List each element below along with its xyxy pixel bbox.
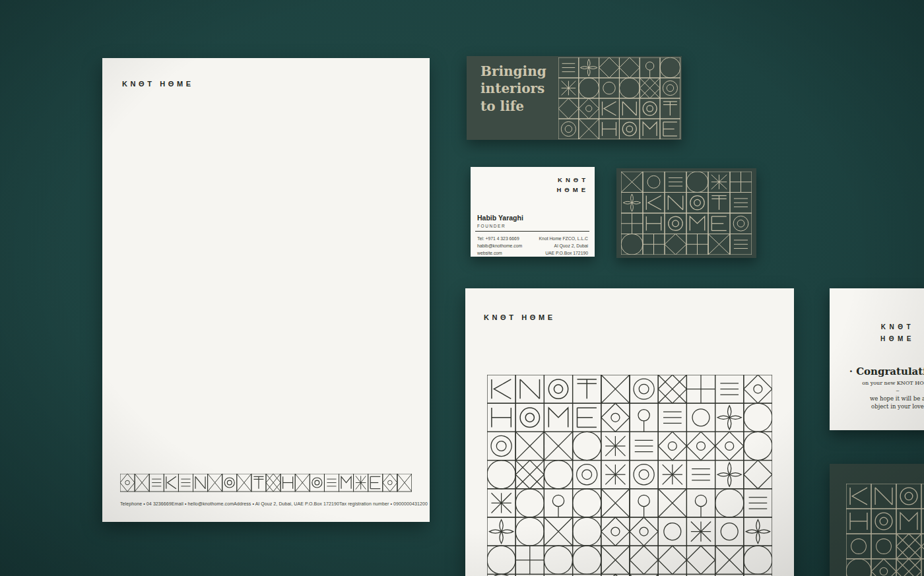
contact-website: website.com xyxy=(477,249,522,257)
logo-line-1: KNΘT xyxy=(830,321,924,333)
footer-address: Address • Al Qouz 2, Dubai, UAE P.O.Box … xyxy=(234,501,339,506)
footer-email: Email • hello@knothome.com xyxy=(172,501,234,506)
letterhead-logo: KNΘT HΘME xyxy=(122,80,194,88)
logo-line-1: KNΘT xyxy=(557,176,589,185)
envelope-tagline: Bringing interiors to life xyxy=(480,63,546,115)
logo-line-2: HΘME xyxy=(557,185,589,195)
stationery-mockup-scene: KNΘT HΘME Telephone • 04 3236669 Email •… xyxy=(0,0,924,576)
sheet-logo: KNΘT HΘME xyxy=(484,313,556,321)
company-name: Knot Home FZCO, L.L.C xyxy=(539,235,588,242)
sheet-pattern-area xyxy=(487,375,772,576)
tagline-line-2: interiors xyxy=(480,80,546,97)
contact-role: FOUNDER xyxy=(477,224,506,228)
geometric-pattern-strip xyxy=(120,474,412,492)
logo-line-2: HΘME xyxy=(830,333,924,345)
pattern-sheet: KNΘT HΘME xyxy=(465,288,794,576)
letterhead-footer: Telephone • 04 3236669 Email • hello@kno… xyxy=(120,501,415,506)
letterhead-sheet: KNΘT HΘME Telephone • 04 3236669 Email •… xyxy=(102,58,430,522)
envelope-card: Bringing interiors to life xyxy=(467,56,682,140)
greeting-headline: · Congratulations xyxy=(830,366,924,377)
geometric-pattern-corner-card xyxy=(846,484,924,576)
corner-pattern-card xyxy=(830,464,924,576)
greeting-card-logo: KNΘT HΘME xyxy=(830,321,924,344)
contact-name: Habib Yaraghi xyxy=(477,214,523,222)
business-card-back xyxy=(616,168,756,258)
contact-tel: Tel: +971 4 323 6669 xyxy=(477,235,522,242)
contact-email: habib@knothome.com xyxy=(477,242,522,249)
geometric-pattern-card-back xyxy=(621,172,752,255)
card-divider xyxy=(475,231,589,232)
company-address-2: UAE P.O.Box 172190 xyxy=(539,249,588,257)
greeting-subline: on your new KNOT HOME xyxy=(830,380,924,386)
letterhead-pattern-strip xyxy=(120,474,412,492)
geometric-pattern-envelope xyxy=(558,57,680,139)
greeting-dash: – xyxy=(830,387,924,393)
greeting-body-line-1: we hope it will be a xyxy=(830,395,924,402)
business-card-front: KNΘT HΘME Habib Yaraghi FOUNDER Tel: +97… xyxy=(471,167,595,257)
company-address-1: Al Quoz 2, Dubai xyxy=(539,242,588,249)
envelope-pattern-area xyxy=(558,57,680,139)
headline-text: Congratulations xyxy=(856,366,924,377)
greeting-card: KNΘT HΘME · Congratulations on your new … xyxy=(830,288,924,430)
geometric-pattern-sheet xyxy=(487,375,772,576)
tagline-line-3: to life xyxy=(480,98,546,115)
greeting-body: we hope it will be a object in your love xyxy=(830,395,924,411)
tagline-line-1: Bringing xyxy=(480,63,546,80)
footer-telephone: Telephone • 04 3236669 xyxy=(120,501,172,506)
contact-details-right: Knot Home FZCO, L.L.C Al Quoz 2, Dubai U… xyxy=(539,235,588,257)
headline-bullet: · xyxy=(849,366,853,377)
contact-details-left: Tel: +971 4 323 6669 habib@knothome.com … xyxy=(477,235,522,257)
greeting-body-line-2: object in your love xyxy=(830,402,924,410)
footer-tax-number: Tax registration number • 0900000431200 xyxy=(339,501,428,506)
business-card-logo: KNΘT HΘME xyxy=(557,176,586,195)
